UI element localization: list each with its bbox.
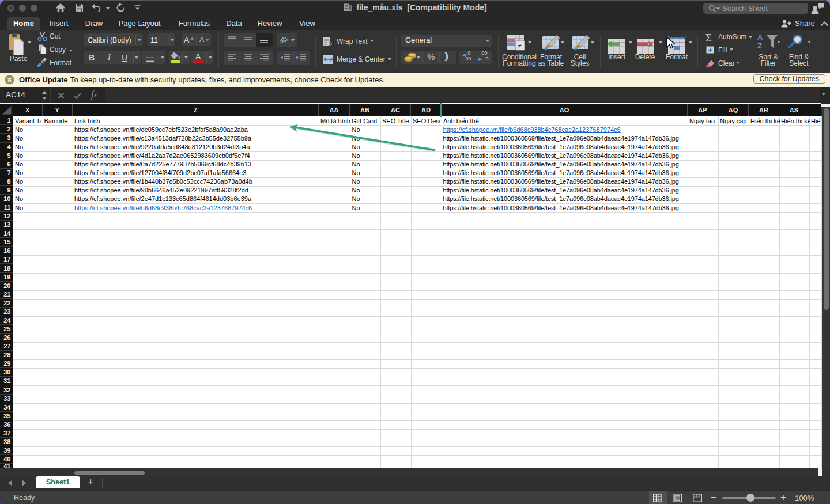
svg-text:≠: ≠ — [518, 42, 522, 50]
svg-text:A: A — [757, 33, 763, 41]
svg-text:Z: Z — [757, 41, 762, 50]
